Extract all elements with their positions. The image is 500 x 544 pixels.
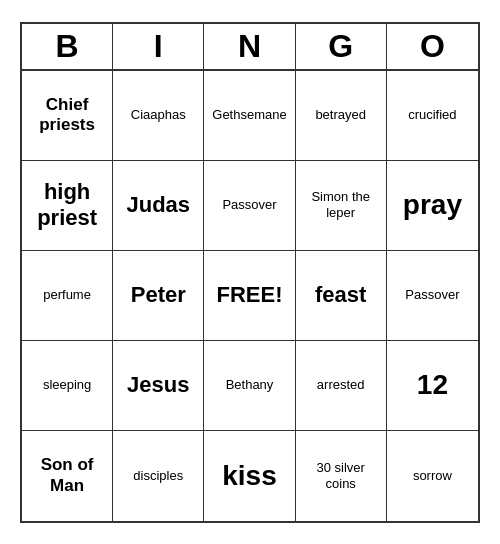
bingo-cell: feast [296,251,387,341]
bingo-cell: perfume [22,251,113,341]
bingo-cell: sleeping [22,341,113,431]
bingo-cell: disciples [113,431,204,521]
bingo-cell: sorrow [387,431,478,521]
bingo-cell: Peter [113,251,204,341]
bingo-cell: high priest [22,161,113,251]
bingo-card: BINGO Chief priestsCiaaphasGethsemanebet… [20,22,480,523]
header-letter: I [113,24,204,69]
bingo-cell: Bethany [204,341,295,431]
bingo-cell: Gethsemane [204,71,295,161]
bingo-cell: 12 [387,341,478,431]
bingo-header: BINGO [22,24,478,71]
bingo-cell: Passover [204,161,295,251]
bingo-cell: Ciaaphas [113,71,204,161]
bingo-cell: arrested [296,341,387,431]
bingo-cell: Passover [387,251,478,341]
bingo-cell: crucified [387,71,478,161]
bingo-cell: 30 silver coins [296,431,387,521]
header-letter: B [22,24,113,69]
header-letter: G [296,24,387,69]
header-letter: O [387,24,478,69]
bingo-grid: Chief priestsCiaaphasGethsemanebetrayedc… [22,71,478,521]
bingo-cell: Son of Man [22,431,113,521]
bingo-cell: FREE! [204,251,295,341]
bingo-cell: Jesus [113,341,204,431]
bingo-cell: betrayed [296,71,387,161]
bingo-cell: Simon the leper [296,161,387,251]
bingo-cell: pray [387,161,478,251]
header-letter: N [204,24,295,69]
bingo-cell: kiss [204,431,295,521]
bingo-cell: Chief priests [22,71,113,161]
bingo-cell: Judas [113,161,204,251]
